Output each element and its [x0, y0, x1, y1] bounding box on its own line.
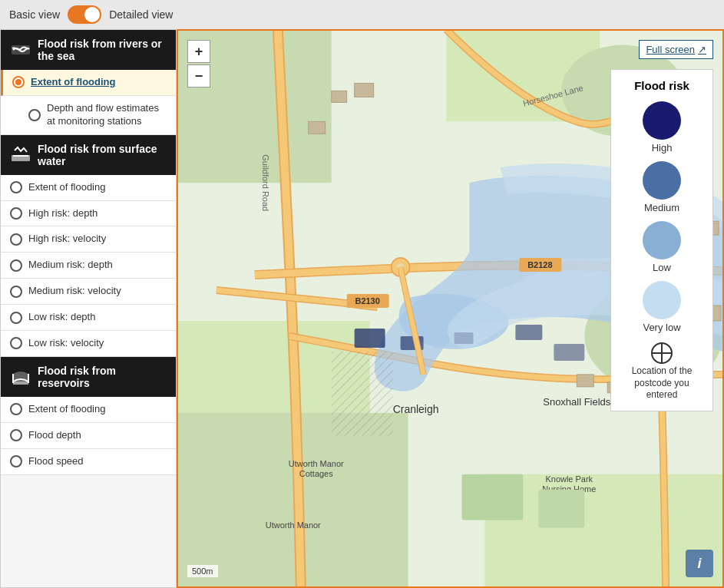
legend-title: Flood risk — [623, 79, 700, 92]
svg-rect-14 — [355, 329, 385, 348]
legend-item-medium: Medium — [623, 161, 700, 213]
svg-text:Knowle Park: Knowle Park — [545, 474, 593, 484]
svg-rect-18 — [554, 344, 584, 361]
svg-text:Guildford Road: Guildford Road — [261, 154, 270, 211]
sidebar-item-extent-reservoirs[interactable]: Extent of flooding — [1, 397, 176, 423]
legend-circle-low — [643, 221, 681, 259]
radio-flood-speed — [10, 455, 22, 467]
legend-item-low: Low — [623, 221, 700, 273]
sidebar-item-extent-rivers[interactable]: Extent of flooding — [1, 70, 176, 96]
legend-label-location: Location of the postcode you entered — [623, 365, 700, 401]
svg-text:Cranleigh: Cranleigh — [393, 403, 439, 415]
sidebar-item-extent-surface[interactable]: Extent of flooding — [1, 175, 176, 201]
radio-high-depth — [10, 207, 22, 220]
sidebar-item-low-depth[interactable]: Low risk: depth — [1, 305, 176, 331]
svg-text:Utworth Manor: Utworth Manor — [266, 520, 321, 530]
legend-item-very-low: Very low — [623, 281, 700, 333]
svg-rect-17 — [515, 325, 542, 340]
info-label: i — [697, 556, 701, 572]
section-header-rivers: Flood risk from rivers or the sea — [1, 30, 176, 70]
zoom-in-button[interactable]: + — [187, 40, 210, 63]
svg-rect-51 — [538, 490, 584, 528]
legend-item-high: High — [623, 101, 700, 154]
svg-text:Snoxhall Fields: Snoxhall Fields — [543, 396, 610, 408]
legend-circle-medium — [643, 161, 681, 200]
top-bar: Basic view Detailed view — [0, 0, 724, 29]
radio-medium-depth — [10, 259, 22, 272]
item-label-flood-speed: Flood speed — [28, 455, 84, 468]
svg-text:Utworth Manor: Utworth Manor — [289, 459, 344, 468]
sidebar: Flood risk from rivers or the sea Extent… — [0, 29, 177, 588]
basic-view-label: Basic view — [9, 8, 60, 21]
svg-text:Cottages: Cottages — [299, 469, 333, 478]
item-label-extent-reservoirs: Extent of flooding — [28, 403, 105, 416]
radio-extent-reservoirs — [10, 403, 22, 415]
sidebar-item-depth-rivers[interactable]: Depth and flow estimates at monitoring s… — [1, 96, 176, 135]
postcode-location-icon — [650, 341, 674, 365]
svg-text:B2130: B2130 — [355, 296, 379, 306]
sidebar-item-medium-velocity[interactable]: Medium risk: velocity — [1, 279, 176, 305]
radio-depth-rivers — [28, 109, 41, 121]
item-label-medium-depth: Medium risk: depth — [28, 259, 113, 272]
reservoirs-icon — [10, 366, 31, 388]
legend-location: Location of the postcode you entered — [623, 341, 700, 401]
surface-icon — [10, 144, 31, 166]
map-container[interactable]: B2128 B2130 Cranleigh Snoxhall Fields Ut… — [177, 29, 724, 588]
sidebar-item-flood-depth[interactable]: Flood depth — [1, 423, 176, 449]
sidebar-item-flood-speed[interactable]: Flood speed — [1, 449, 176, 475]
sidebar-item-medium-depth[interactable]: Medium risk: depth — [1, 253, 176, 279]
view-toggle[interactable] — [68, 5, 101, 24]
info-button[interactable]: i — [686, 550, 713, 577]
section-header-surface: Flood risk from surface water — [1, 135, 176, 175]
svg-rect-44 — [577, 375, 593, 387]
svg-rect-2 — [13, 155, 28, 157]
legend-circle-very-low — [643, 281, 681, 319]
item-label-flood-depth: Flood depth — [28, 429, 81, 442]
svg-rect-47 — [332, 91, 347, 102]
svg-rect-49 — [309, 121, 326, 134]
legend-label-low: Low — [653, 262, 671, 273]
item-label-medium-velocity: Medium risk: velocity — [28, 285, 121, 298]
scale-bar: 500m — [187, 565, 218, 577]
section-header-reservoirs: Flood risk from reservoirs — [1, 357, 176, 397]
radio-extent-surface — [10, 181, 22, 193]
fullscreen-label: Full screen — [646, 44, 695, 55]
sidebar-item-high-depth[interactable]: High risk: depth — [1, 201, 176, 227]
legend: Flood risk High Medium Low Very low — [610, 69, 713, 411]
item-label-extent-surface: Extent of flooding — [28, 181, 105, 194]
map-controls: + − — [187, 40, 210, 88]
scale-label: 500m — [192, 567, 213, 576]
svg-rect-48 — [355, 83, 374, 97]
svg-rect-50 — [461, 474, 523, 520]
item-label-low-depth: Low risk: depth — [28, 311, 95, 324]
radio-low-depth — [10, 312, 22, 324]
legend-label-high: High — [652, 142, 673, 154]
radio-flood-depth — [10, 429, 22, 441]
item-label-depth-rivers: Depth and flow estimates at monitoring s… — [47, 102, 167, 128]
legend-circle-high — [643, 101, 681, 140]
sidebar-item-low-velocity[interactable]: Low risk: velocity — [1, 331, 176, 357]
radio-extent-rivers — [12, 76, 25, 88]
toggle-knob — [84, 7, 100, 22]
item-label-high-depth: High risk: depth — [28, 207, 98, 220]
zoom-out-button[interactable]: − — [187, 64, 210, 88]
sidebar-item-high-velocity[interactable]: High risk: velocity — [1, 226, 176, 253]
fullscreen-button[interactable]: Full screen ↗ — [639, 40, 713, 59]
item-label-low-velocity: Low risk: velocity — [28, 337, 104, 350]
radio-low-velocity — [10, 337, 22, 349]
svg-text:B2128: B2128 — [527, 260, 552, 269]
section-label-surface: Flood risk from surface water — [38, 143, 167, 167]
main-layout: Flood risk from rivers or the sea Extent… — [0, 29, 724, 588]
radio-medium-velocity — [10, 286, 22, 298]
svg-rect-21 — [332, 398, 393, 436]
item-label-extent-rivers: Extent of flooding — [31, 76, 115, 89]
svg-rect-3 — [13, 382, 28, 385]
fullscreen-icon: ↗ — [698, 44, 706, 55]
section-label-rivers: Flood risk from rivers or the sea — [38, 38, 167, 62]
svg-rect-20 — [332, 352, 393, 398]
legend-label-medium: Medium — [644, 202, 679, 213]
legend-label-very-low: Very low — [643, 322, 680, 333]
item-label-high-velocity: High risk: velocity — [28, 233, 106, 246]
radio-high-velocity — [10, 233, 22, 246]
detailed-view-label: Detailed view — [109, 8, 173, 21]
